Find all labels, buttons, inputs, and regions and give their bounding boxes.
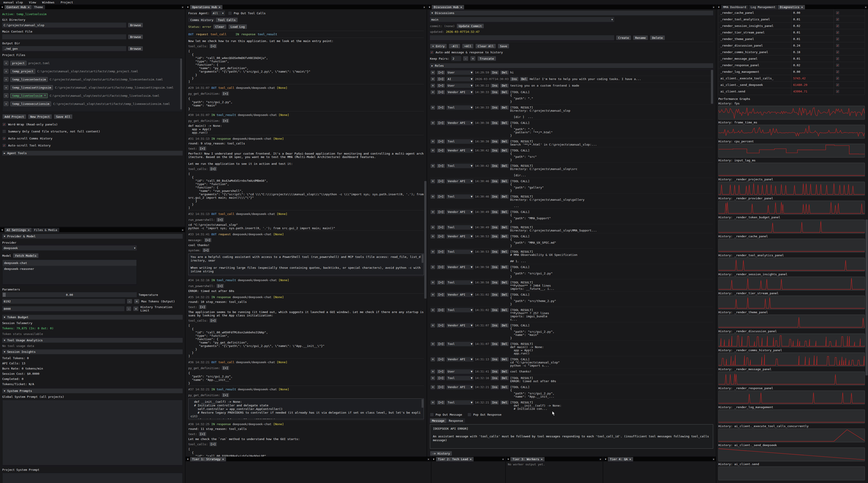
delete-entry-button[interactable]: Del [500,342,508,346]
add-entry-above-button[interactable]: + [430,342,435,346]
tab-comms-history[interactable]: Comms History [188,18,215,22]
expand-entry-button[interactable]: [+] [437,342,445,346]
insert-button[interactable]: Ins [491,369,499,374]
scrollbar-thumb[interactable] [866,220,868,376]
expand-button[interactable]: [+] [199,146,206,151]
entry-role-select[interactable]: Tool▼ [446,139,473,144]
add-entry-above-button[interactable]: + [430,90,435,94]
add-entry-above-button[interactable]: + [430,308,435,312]
scrollbar-thumb[interactable] [422,399,423,408]
clear-button[interactable]: Clear [213,24,226,29]
insert-button[interactable]: Ins [491,234,499,239]
remove-file-button[interactable]: x [4,93,8,98]
option-checkbox[interactable]: ✓ [2,123,6,126]
remove-file-button[interactable]: x [4,101,8,106]
collapse-icon[interactable]: ▼ [0,228,4,232]
collapse-icon[interactable]: ▼ [506,457,510,461]
expand-button[interactable]: [+] [222,366,229,370]
expand-entry-button[interactable]: [+] [437,265,445,269]
add-entry-above-button[interactable]: + [430,376,435,380]
discussion-select[interactable]: main▼ [430,17,614,22]
insert-button[interactable]: Ins [491,323,499,328]
timing-checkbox[interactable]: ✓ [836,90,839,93]
insert-button[interactable]: Ins [491,210,499,214]
insert-button[interactable]: Ins [491,385,499,389]
expand-button[interactable]: [+] [222,119,229,123]
insert-button[interactable]: Ins [491,342,499,346]
delete-entry-button[interactable]: Del [500,105,508,110]
collapse-icon[interactable]: ▼ [427,5,432,9]
add-entry-above-button[interactable]: + [430,194,435,199]
output-dir-input[interactable]: ./md_gen [2,46,126,51]
close-icon[interactable]: ✕ [422,5,427,9]
add-entry-above-button[interactable]: + [430,121,435,125]
insert-button[interactable]: Ins [491,308,499,312]
add-project-button[interactable]: Add Project [2,114,26,119]
update-commit-button[interactable]: Update Commit [457,24,484,29]
browse-git-button[interactable]: Browse [128,23,143,28]
entry-role-select[interactable]: Tool▼ [446,194,473,199]
truncation-input[interactable]: 8000 [2,306,124,311]
entry-role-select[interactable]: User▼ [446,84,473,88]
project-file-chip[interactable]: temp_project [10,69,35,74]
timing-checkbox[interactable]: ✓ [836,83,839,87]
project-file-chip[interactable]: project [10,61,26,66]
add-entry-above-button[interactable]: + [430,148,435,153]
expand-button[interactable]: [+] [209,167,217,171]
token-budget-header[interactable]: ▼ Token Budget [2,315,183,320]
entry-role-select[interactable]: Vendor API▼ [446,385,473,389]
add-entry-above-button[interactable]: + [430,292,435,297]
insert-button[interactable]: Ins [491,357,499,362]
add-entry-above-button[interactable]: + [430,179,435,184]
delete-entry-button[interactable]: Del [500,265,508,269]
project-file-chip[interactable]: temp_livecontextsim [10,77,48,82]
expand-entry-button[interactable]: [+] [437,308,445,312]
add-entry-above-button[interactable]: + [430,357,435,362]
project-file-chip[interactable]: temp_liveexecutionsim [10,101,51,106]
scrollbar-thumb[interactable] [424,181,427,298]
delete-entry-button[interactable]: Del [500,179,508,184]
add-entry-above-button[interactable]: + [430,84,435,88]
add-entry-above-button[interactable]: + [430,400,435,405]
remove-file-button[interactable]: x [4,77,8,82]
entry-role-select[interactable]: Vendor API▼ [446,234,473,239]
add-entry-above-button[interactable]: + [430,225,435,230]
tier-tab[interactable]: Tier 3: Workers × [510,457,545,461]
insert-button[interactable]: Ins [491,250,499,254]
add-entry-above-button[interactable]: + [430,323,435,328]
expand-entry-button[interactable]: [+] [437,77,445,82]
expand-entry-button[interactable]: [+] [437,292,445,297]
add-entry-above-button[interactable]: + [430,369,435,374]
delete-entry-button[interactable]: Del [500,323,508,328]
expand-entry-button[interactable]: [+] [437,84,445,88]
timing-checkbox[interactable]: ✓ [836,37,839,41]
timing-checkbox[interactable]: ✓ [836,18,839,21]
entry-role-select[interactable]: User▼ [446,369,473,374]
expand-entry-button[interactable]: [+] [437,194,445,199]
entry-action-button[interactable]: -All [449,44,460,49]
max-tokens-input[interactable]: 8192 [2,299,125,304]
entry-role-select[interactable]: Tool▼ [446,376,473,380]
entry-action-button[interactable]: + Entry [430,44,447,49]
create-button[interactable]: Create [616,35,631,40]
delete-entry-button[interactable]: Del [500,369,508,374]
expand-button[interactable]: [+] [209,318,217,323]
history-button[interactable]: -> History [430,451,452,456]
increment-button[interactable]: + [134,299,140,304]
add-entry-above-button[interactable]: + [430,250,435,254]
message-error-box[interactable]: [DEEPSEEK API ERROR] An assistant messag… [430,424,713,449]
increment-button[interactable]: + [470,56,475,61]
decrement-button[interactable]: - [463,56,468,61]
collapse-icon[interactable]: ▼ [0,5,4,9]
log-scroll-box[interactable]: You are a helpful coding assistant with … [188,254,424,275]
entry-role-select[interactable]: Tool▼ [446,400,473,405]
popout-message-checkbox[interactable] [430,413,434,417]
expand-entry-button[interactable]: [+] [437,179,445,184]
entry-role-select[interactable]: Vendor API▼ [446,121,473,125]
tab-diagnostics[interactable]: Diagnostics × [778,5,805,9]
expand-entry-button[interactable]: [+] [437,323,445,328]
close-icon[interactable]: ✕ [501,457,505,461]
remove-file-button[interactable]: x [4,69,8,73]
entry-role-select[interactable]: Tool▼ [446,280,473,285]
expand-button[interactable]: [+] [202,248,210,253]
